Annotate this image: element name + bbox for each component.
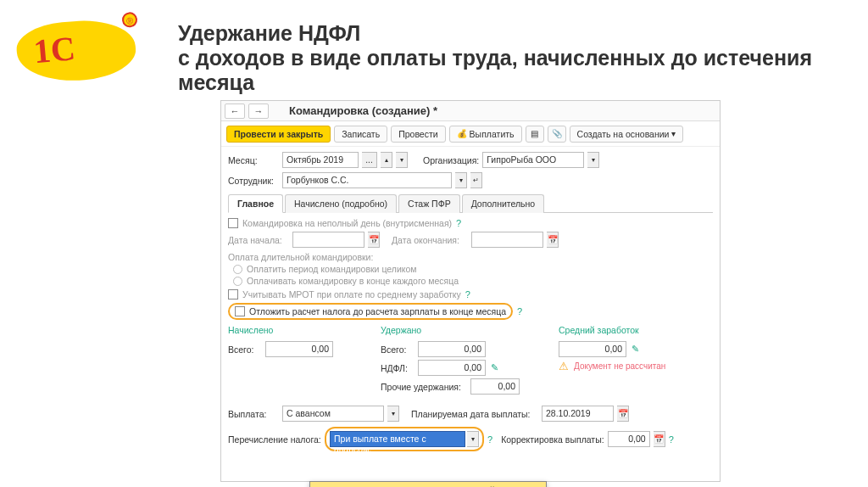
month-label: Месяц: — [228, 155, 279, 165]
month-input[interactable]: Октябрь 2019 — [282, 152, 359, 168]
org-input[interactable]: ГипроРыба ООО — [482, 152, 584, 168]
save-button[interactable]: Записать — [334, 126, 387, 143]
pay-monthly-label: Оплачивать командировку в конце каждого … — [247, 276, 459, 286]
tax-transfer-dropdown-list: При выплате вместе с авансом, отдельной … — [309, 481, 547, 487]
help-icon[interactable]: ? — [456, 218, 461, 228]
avg-header: Средний заработок — [559, 325, 639, 335]
tab-pfr[interactable]: Стаж ПФР — [398, 194, 460, 213]
month-picker-button[interactable]: ... — [362, 152, 377, 168]
pay-button[interactable]: 💰Выплатить — [449, 126, 522, 143]
toolbar: Провести и закрыть Записать Провести 💰Вы… — [221, 121, 720, 147]
org-label: Организация: — [423, 155, 479, 165]
other-input[interactable]: 0,00 — [470, 378, 520, 395]
window-title: Командировка (создание) * — [289, 104, 437, 117]
nav-bar: ← → Командировка (создание) * — [221, 101, 720, 121]
employee-dropdown-button[interactable]: ▾ — [455, 172, 467, 188]
not-calculated-label: Документ не рассчитан — [574, 361, 665, 371]
calendar-icon: 📅 — [618, 409, 628, 418]
app-window: ← → Командировка (создание) * Провести и… — [220, 100, 721, 482]
plan-date-cal-button[interactable]: 📅 — [617, 406, 629, 422]
org-dropdown-button[interactable]: ▾ — [587, 152, 599, 168]
month-down-button[interactable]: ▾ — [396, 152, 408, 168]
tab-extra[interactable]: Дополнительно — [462, 194, 545, 213]
employee-input[interactable]: Горбунков С.С. — [282, 172, 452, 188]
long-trip-label: Оплата длительной командировки: — [228, 252, 713, 262]
partial-day-checkbox[interactable] — [228, 218, 238, 228]
tabs: Главное Начислено (подробно) Стаж ПФР До… — [228, 193, 713, 213]
logo-1c: 1С ® — [17, 21, 136, 89]
partial-day-label: Командировка на неполный день (внутрисме… — [242, 218, 452, 228]
help-icon[interactable]: ? — [487, 434, 492, 445]
date-start-label: Дата начала: — [228, 235, 289, 245]
tax-transfer-highlight: При выплате вместе с авансом, ▾ — [325, 427, 484, 451]
month-up-button[interactable]: ▴ — [381, 152, 392, 168]
withheld-header: Удержано — [381, 325, 533, 335]
date-end-label: Дата окончания: — [392, 235, 468, 245]
payment-label: Выплата: — [228, 409, 279, 419]
tab-accrued[interactable]: Начислено (подробно) — [285, 194, 397, 213]
accrued-header: Начислено — [228, 325, 355, 335]
ndfl-label: НДФЛ: — [381, 363, 413, 373]
chevron-down-icon: ▾ — [671, 129, 676, 138]
tax-transfer-label: Перечисление налога: — [228, 434, 321, 445]
mrot-label: Учитывать МРОТ при оплате по среднему за… — [242, 289, 461, 299]
correction-input[interactable]: 0,00 — [608, 431, 650, 447]
accrued-total-input[interactable]: 0,00 — [265, 341, 333, 357]
date-end-cal-button[interactable]: 📅 — [547, 232, 559, 248]
pencil-icon[interactable]: ✎ — [491, 362, 498, 373]
employee-open-button[interactable]: ↵ — [470, 172, 482, 188]
document-icon-button[interactable]: ▤ — [526, 126, 544, 143]
defer-tax-highlight: Отложить расчет налога до расчета зарпла… — [228, 303, 513, 320]
help-icon[interactable]: ? — [517, 306, 522, 316]
defer-tax-checkbox[interactable] — [235, 306, 245, 316]
pay-whole-radio[interactable] — [233, 265, 242, 274]
help-icon[interactable]: ? — [669, 434, 674, 445]
avg-input[interactable]: 0,00 — [559, 341, 626, 357]
doc-icon: ▤ — [531, 129, 538, 138]
slide-title: Удержание НДФЛ с доходов в виде оплаты т… — [178, 21, 822, 94]
date-end-input[interactable] — [471, 232, 543, 248]
dropdown-option-1[interactable]: При выплате вместе с авансом, отдельной … — [310, 482, 546, 487]
attach-icon: 📎 — [552, 129, 562, 138]
calendar-icon: 📅 — [654, 434, 664, 444]
tax-transfer-select[interactable]: При выплате вместе с авансом, — [330, 431, 465, 447]
payment-input[interactable]: С авансом — [282, 406, 384, 422]
nav-forward-button[interactable]: → — [248, 104, 269, 119]
help-icon[interactable]: ? — [465, 289, 470, 299]
withheld-total-input[interactable]: 0,00 — [418, 341, 486, 357]
correction-label: Корректировка выплаты: — [501, 434, 604, 445]
employee-label: Сотрудник: — [228, 176, 279, 186]
warning-icon: ⚠ — [559, 360, 569, 372]
correction-cal-button[interactable]: 📅 — [654, 431, 665, 447]
post-button[interactable]: Провести — [391, 126, 445, 143]
plan-date-label: Планируемая дата выплаты: — [411, 409, 538, 419]
tax-transfer-dropdown-button[interactable]: ▾ — [467, 431, 479, 447]
coin-icon: 💰 — [457, 129, 467, 138]
create-based-button[interactable]: Создать на основании ▾ — [570, 126, 684, 143]
date-start-input[interactable] — [292, 232, 364, 248]
other-label: Прочие удержания: — [381, 382, 465, 392]
logo-text: 1С — [32, 28, 77, 71]
calendar-icon: 📅 — [369, 235, 379, 244]
defer-tax-label: Отложить расчет налога до расчета зарпла… — [249, 306, 506, 316]
calendar-icon: 📅 — [548, 235, 558, 244]
total-label: Всего: — [228, 344, 260, 355]
date-start-cal-button[interactable]: 📅 — [368, 232, 380, 248]
mrot-checkbox[interactable] — [228, 289, 238, 299]
plan-date-input[interactable]: 28.10.2019 — [542, 406, 614, 422]
post-and-close-button[interactable]: Провести и закрыть — [226, 126, 331, 143]
pencil-icon[interactable]: ✎ — [632, 344, 639, 355]
pay-whole-label: Оплатить период командировки целиком — [247, 264, 417, 274]
nav-back-button[interactable]: ← — [225, 104, 245, 119]
payment-dropdown-button[interactable]: ▾ — [387, 406, 399, 422]
attach-button[interactable]: 📎 — [548, 126, 566, 143]
ndfl-input[interactable]: 0,00 — [418, 360, 486, 376]
registered-icon: ® — [121, 12, 138, 29]
withheld-total-label: Всего: — [381, 344, 413, 355]
tab-main[interactable]: Главное — [228, 194, 283, 213]
pay-monthly-radio[interactable] — [233, 277, 242, 286]
